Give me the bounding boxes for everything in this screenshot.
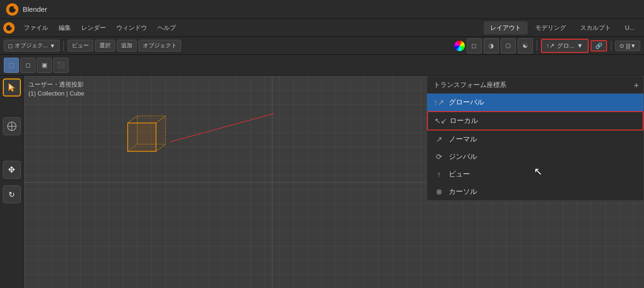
select-lasso-tool[interactable]: ▣: [37, 58, 52, 73]
rotate-icon: ↻: [9, 190, 15, 199]
crosshair-icon: [7, 121, 17, 131]
tab-uv[interactable]: U...: [618, 22, 641, 34]
dropdown-item-view[interactable]: ↑ ビュー: [427, 166, 644, 183]
tab-layout[interactable]: レイアウト: [484, 21, 528, 35]
select-box-tool[interactable]: ⬚: [4, 58, 19, 73]
pivot-icon: 🔗: [595, 43, 602, 49]
local-icon: ↖↙: [435, 116, 445, 125]
main-toolbar: ◻ オブジェク... ▼ ビュー 選択 追加 オブジェクト ◻ ◑ ⬡ ☯ ↑↗…: [0, 37, 644, 55]
cube-object: [118, 113, 175, 161]
move-icon: ✥: [8, 165, 15, 175]
svg-line-15: [156, 144, 165, 151]
rotate-tool[interactable]: ↻: [3, 185, 21, 203]
mode-label: オブジェク...: [15, 42, 48, 50]
grid-center-vertical: [272, 76, 272, 288]
viewport-collection-label: (1) Collection | Cube: [28, 90, 84, 97]
cursor-menu-icon: ⊗: [434, 187, 444, 196]
viewport-projection-label: ユーザー・透視投影: [28, 80, 84, 89]
menu-render[interactable]: レンダー: [77, 22, 111, 34]
select-circle-tool[interactable]: ◻: [20, 58, 35, 73]
dropdown-item-normal[interactable]: ↗ ノーマル: [427, 131, 644, 148]
blender-menu-logo: [3, 22, 15, 34]
snap-label: |||▼: [626, 43, 636, 49]
viewport: ユーザー・透視投影 (1) Collection | Cube トランスフォーム…: [24, 76, 644, 288]
svg-point-2: [14, 6, 17, 9]
select-all-tool[interactable]: ⬛: [53, 58, 69, 73]
menu-help[interactable]: ヘルプ: [153, 22, 181, 34]
main-area: ✥ ↻ ユーザー・透視投影 (1) Collection | Cube: [0, 76, 644, 288]
menu-file[interactable]: ファイル: [19, 22, 53, 34]
transform-dropdown-panel: トランスフォーム座標系 + ↑↗ グローバル ↖↙ ローカル ↗ ノーマル ⟳ …: [426, 76, 644, 201]
mode-dropdown-icon: ▼: [50, 43, 55, 49]
gimbal-icon: ⟳: [434, 152, 444, 161]
dropdown-item-cursor[interactable]: ⊗ カーソル: [427, 183, 644, 201]
viewport-shading-render2[interactable]: ☯: [518, 38, 533, 53]
select-btn[interactable]: 選択: [95, 40, 115, 52]
view-icon: ↑: [434, 170, 444, 179]
object-btn[interactable]: オブジェクト: [139, 40, 181, 52]
divider-3: [611, 41, 611, 51]
pivot-point-btn[interactable]: 🔗: [591, 40, 607, 52]
blender-logo: [6, 3, 19, 16]
title-bar: Blender: [0, 0, 644, 19]
crosshair-tool[interactable]: [3, 117, 21, 135]
snap-icon: ⊙: [619, 43, 624, 49]
view-btn[interactable]: ビュー: [68, 40, 93, 52]
dropdown-item-global[interactable]: ↑↗ グローバル: [427, 94, 644, 111]
transform-dropdown-icon: ▼: [577, 42, 583, 49]
move-tool[interactable]: ✥: [3, 161, 21, 179]
menu-bar: ファイル 編集 レンダー ウィンドウ ヘルプ レイアウト モデリング スカルプト…: [0, 19, 644, 37]
transform-icon: ↑↗: [547, 42, 555, 49]
viewport-shading-material[interactable]: ◑: [484, 38, 499, 53]
viewport-shading-solid[interactable]: ◻: [467, 38, 482, 53]
global-label: グローバル: [449, 98, 484, 107]
menu-edit[interactable]: 編集: [54, 22, 76, 34]
cursor-icon: [7, 83, 17, 92]
tab-sculpt[interactable]: スカルプト: [574, 21, 618, 35]
color-icons-group: ◻ ◑ ⬡ ☯: [454, 38, 533, 53]
cursor-label: カーソル: [449, 187, 477, 196]
transform-label: グロ...: [557, 42, 574, 50]
select-tool[interactable]: [3, 79, 21, 96]
mode-icon: ◻: [8, 43, 13, 49]
local-label: ローカル: [450, 116, 478, 125]
normal-icon: ↗: [434, 135, 444, 144]
dropdown-add-btn[interactable]: +: [634, 81, 639, 91]
gimbal-label: ジンバル: [449, 152, 477, 161]
snap-btn[interactable]: ⊙ |||▼: [615, 41, 640, 51]
dropdown-item-gimbal[interactable]: ⟳ ジンバル: [427, 148, 644, 166]
app-title: Blender: [23, 5, 47, 13]
global-icon: ↑↗: [434, 98, 444, 107]
color-sphere-icon[interactable]: [454, 41, 465, 51]
svg-line-13: [128, 116, 137, 123]
normal-label: ノーマル: [449, 135, 477, 144]
svg-rect-12: [137, 116, 165, 144]
menu-window[interactable]: ウィンドウ: [112, 22, 152, 34]
divider-1: [63, 41, 64, 51]
dropdown-item-local[interactable]: ↖↙ ローカル: [427, 111, 644, 131]
view-label: ビュー: [449, 170, 470, 179]
svg-point-5: [10, 25, 13, 27]
divider-2: [537, 41, 537, 51]
mode-selector[interactable]: ◻ オブジェク... ▼: [4, 40, 60, 52]
add-btn[interactable]: 追加: [117, 40, 137, 52]
dropdown-title: トランスフォーム座標系: [427, 76, 644, 94]
transform-orientation-btn[interactable]: ↑↗ グロ... ▼: [541, 39, 589, 53]
tab-modeling[interactable]: モデリング: [529, 21, 573, 35]
viewport-shading-render1[interactable]: ⬡: [501, 38, 516, 53]
icon-toolbar: ⬚ ◻ ▣ ⬛: [0, 55, 644, 76]
left-sidebar: ✥ ↻: [0, 76, 24, 288]
